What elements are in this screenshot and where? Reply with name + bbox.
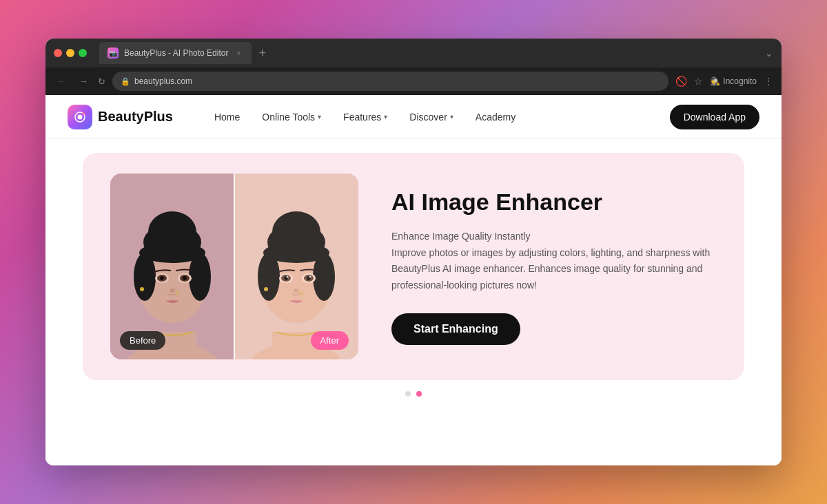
camera-off-icon: 🚫 [675, 76, 687, 87]
discover-chevron-icon: ▾ [450, 113, 453, 120]
tab-expand-button[interactable]: ⌄ [765, 48, 773, 59]
before-after-divider [234, 174, 235, 359]
nav-features-label: Features [343, 112, 381, 123]
svg-point-17 [183, 276, 187, 280]
url-bar[interactable]: 🔒 beautyplus.com [112, 72, 668, 91]
before-after-image: Before After [110, 174, 358, 359]
traffic-lights [54, 49, 87, 57]
address-bar: ← → ↻ 🔒 beautyplus.com 🚫 ☆ 🕵 Incognito ⋮ [45, 67, 782, 95]
svg-point-2 [82, 112, 85, 115]
online-tools-chevron-icon: ▾ [318, 113, 321, 120]
carousel-dots [405, 391, 422, 397]
title-bar: 📷 BeautyPlus - AI Photo Editor × + ⌄ [45, 39, 782, 67]
nav-links: Home Online Tools ▾ Features ▾ Discover … [214, 112, 670, 123]
more-options-button[interactable]: ⋮ [764, 76, 773, 87]
nav-online-tools-label: Online Tools [262, 112, 315, 123]
close-button[interactable] [54, 49, 62, 57]
incognito-icon: 🕵 [710, 76, 720, 86]
nav-academy[interactable]: Academy [476, 112, 515, 123]
start-enhancing-button[interactable]: Start Enhancing [391, 313, 520, 345]
nav-home-label: Home [214, 112, 240, 123]
carousel-dot-1[interactable] [405, 391, 411, 397]
tab-favicon: 📷 [108, 48, 119, 59]
site-navigation: BeautyPlus Home Online Tools ▾ Features … [45, 95, 782, 139]
incognito-label: Incognito [723, 76, 757, 86]
logo-text: BeautyPlus [98, 109, 173, 125]
fullscreen-button[interactable] [79, 49, 87, 57]
forward-button[interactable]: → [76, 76, 91, 87]
hero-title: AI Image Enhancer [391, 188, 717, 216]
nav-online-tools[interactable]: Online Tools ▾ [262, 112, 321, 123]
before-label: Before [120, 331, 165, 350]
web-content: BeautyPlus Home Online Tools ▾ Features … [45, 95, 782, 465]
back-button[interactable]: ← [54, 76, 69, 87]
bookmark-icon[interactable]: ☆ [694, 76, 703, 87]
new-tab-button[interactable]: + [252, 46, 273, 61]
hero-card: Before After AI Image Enhancer Enhance I… [83, 153, 744, 380]
logo-icon [68, 105, 92, 129]
tab-close-button[interactable]: × [234, 48, 243, 58]
nav-features[interactable]: Features ▾ [343, 112, 387, 123]
minimize-button[interactable] [66, 49, 74, 57]
carousel-dot-2[interactable] [416, 391, 422, 397]
nav-discover[interactable]: Discover ▾ [409, 112, 453, 123]
address-bar-right: 🚫 ☆ 🕵 Incognito ⋮ [675, 76, 773, 87]
hero-text: AI Image Enhancer Enhance Image Quality … [391, 188, 717, 345]
hero-description: Enhance Image Quality Instantly Improve … [391, 229, 717, 294]
after-label: After [311, 331, 349, 350]
main-content: Before After AI Image Enhancer Enhance I… [45, 139, 782, 465]
active-tab[interactable]: 📷 BeautyPlus - AI Photo Editor × [99, 42, 252, 64]
refresh-button[interactable]: ↻ [98, 76, 105, 87]
svg-point-18 [170, 288, 175, 293]
url-text: beautyplus.com [134, 76, 192, 86]
tab-bar: 📷 BeautyPlus - AI Photo Editor × + ⌄ [99, 42, 773, 64]
logo[interactable]: BeautyPlus [68, 105, 173, 129]
browser-window: 📷 BeautyPlus - AI Photo Editor × + ⌄ ← →… [45, 39, 782, 465]
svg-point-1 [78, 114, 83, 119]
nav-home[interactable]: Home [214, 112, 240, 123]
svg-point-14 [160, 276, 164, 280]
svg-point-20 [140, 287, 144, 291]
tab-title: BeautyPlus - AI Photo Editor [124, 48, 228, 58]
nav-academy-label: Academy [476, 112, 515, 123]
features-chevron-icon: ▾ [384, 113, 387, 120]
download-app-button[interactable]: Download App [670, 105, 759, 129]
incognito-badge: 🕵 Incognito [710, 76, 757, 86]
nav-discover-label: Discover [409, 112, 447, 123]
security-icon: 🔒 [121, 77, 130, 86]
